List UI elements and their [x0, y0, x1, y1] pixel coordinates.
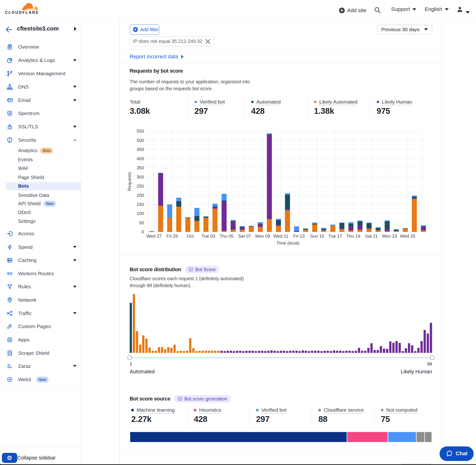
- svg-text:Sat 07: Sat 07: [238, 233, 251, 239]
- svg-text:Mon 23: Mon 23: [382, 233, 397, 239]
- svg-text:Tue 17: Tue 17: [328, 233, 342, 239]
- svg-text:Time (local): Time (local): [276, 241, 299, 245]
- svg-text:Sun 15: Sun 15: [310, 233, 324, 239]
- svg-text:500: 500: [137, 138, 144, 143]
- svg-text:200: 200: [137, 193, 144, 198]
- svg-text:150: 150: [137, 202, 144, 207]
- svg-text:300: 300: [137, 175, 144, 180]
- svg-text:Oct: Oct: [187, 233, 194, 239]
- svg-text:450: 450: [137, 147, 144, 152]
- svg-text:Wed 11: Wed 11: [273, 233, 288, 239]
- svg-text:400: 400: [137, 156, 144, 161]
- svg-text:Mon 09: Mon 09: [255, 233, 270, 239]
- svg-text:Fri 29: Fri 29: [167, 233, 178, 239]
- svg-text:50: 50: [139, 220, 144, 225]
- svg-text:Fri 13: Fri 13: [293, 233, 305, 239]
- svg-text:100: 100: [137, 211, 144, 216]
- svg-text:Tue 03: Tue 03: [201, 233, 215, 239]
- svg-text:Sat 21: Sat 21: [365, 233, 378, 239]
- svg-text:Wed 25: Wed 25: [400, 233, 415, 239]
- svg-text:350: 350: [137, 165, 144, 170]
- svg-text:550: 550: [137, 128, 144, 134]
- svg-text:250: 250: [137, 184, 144, 189]
- svg-text:Thu 05: Thu 05: [220, 233, 233, 239]
- svg-text:Requests: Requests: [127, 172, 132, 191]
- svg-text:Wed 27: Wed 27: [146, 233, 161, 239]
- svg-text:Thu 19: Thu 19: [347, 233, 360, 239]
- svg-text:0: 0: [142, 229, 144, 234]
